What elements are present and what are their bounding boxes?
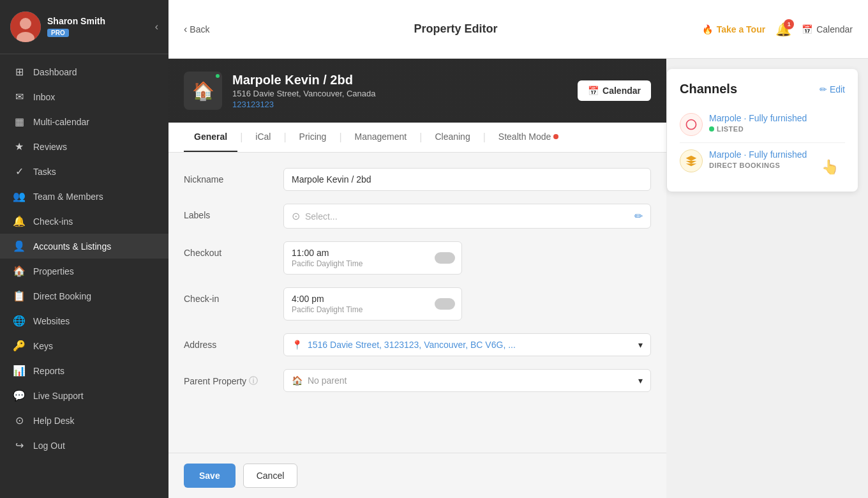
sidebar-item-help-desk[interactable]: ⊙ Help Desk — [0, 408, 168, 433]
sidebar-item-reports[interactable]: 📊 Reports — [0, 358, 168, 383]
topbar: ‹ Back Property Editor 🔥 Take a Tour 🔔 1… — [168, 0, 868, 59]
tab-label: Management — [355, 132, 407, 142]
sidebar-header: Sharon Smith PRO ‹ — [0, 0, 168, 54]
sidebar-item-label: Reviews — [33, 142, 67, 152]
save-button[interactable]: Save — [184, 464, 236, 488]
tasks-icon: ✓ — [13, 165, 26, 177]
edit-icon: ✏ — [819, 84, 827, 94]
sidebar: Sharon Smith PRO ‹ ⊞ Dashboard ✉ Inbox ▦… — [0, 0, 168, 498]
sidebar-item-live-support[interactable]: 💬 Live Support — [0, 383, 168, 408]
pencil-icon: ✏ — [634, 210, 643, 222]
sidebar-item-log-out[interactable]: ↪ Log Out — [0, 433, 168, 458]
property-phone: 123123123 — [232, 100, 567, 109]
parent-property-select[interactable]: 🏠 No parent ▾ — [283, 369, 651, 392]
checkout-row: Checkout 11:00 am Pacific Daylight Time — [184, 241, 651, 275]
tab-general[interactable]: General — [184, 123, 237, 152]
sidebar-collapse-button[interactable]: ‹ — [155, 21, 158, 33]
checkin-time-value: 4:00 pm — [292, 294, 454, 304]
parent-value: No parent — [308, 375, 347, 386]
help-desk-icon: ⊙ — [13, 414, 26, 426]
channels-edit-button[interactable]: ✏ Edit — [819, 84, 845, 94]
sidebar-item-direct-booking[interactable]: 📋 Direct Booking — [0, 283, 168, 308]
websites-icon: 🌐 — [13, 315, 26, 327]
tab-label: General — [194, 132, 227, 142]
topbar-calendar-button[interactable]: 📅 Calendar — [802, 24, 853, 34]
tab-cleaning[interactable]: Cleaning — [424, 123, 480, 152]
channel-status-airbnb: LISTED — [709, 125, 845, 133]
content-area: 🏠 Marpole Kevin / 2bd 1516 Davie Street,… — [168, 59, 868, 498]
sidebar-item-label: Direct Booking — [33, 291, 91, 301]
info-icon: ⓘ — [249, 375, 258, 387]
tab-label: iCal — [255, 132, 271, 142]
logout-icon: ↪ — [13, 439, 26, 451]
tab-pricing[interactable]: Pricing — [289, 123, 337, 152]
sidebar-item-accounts-listings[interactable]: 👤 Accounts & Listings — [0, 234, 168, 259]
nickname-input[interactable] — [283, 168, 651, 191]
channel-item-direct[interactable]: Marpole · Fully furnished DIRECT BOOKING… — [680, 143, 845, 179]
sidebar-item-label: Websites — [33, 316, 70, 326]
sidebar-item-websites[interactable]: 🌐 Websites — [0, 308, 168, 333]
sidebar-item-label: Multi-calendar — [33, 117, 89, 127]
tabs-bar: General | iCal | Pricing | Management | … — [168, 123, 666, 153]
address-label: Address — [184, 333, 273, 350]
username: Sharon Smith — [47, 16, 149, 26]
tab-ical[interactable]: iCal — [245, 123, 281, 152]
checkout-time-field[interactable]: 11:00 am Pacific Daylight Time — [283, 241, 462, 275]
pro-badge: PRO — [47, 29, 69, 37]
sidebar-item-tasks[interactable]: ✓ Tasks — [0, 159, 168, 184]
property-calendar-label: Calendar — [602, 86, 641, 96]
sidebar-item-reviews[interactable]: ★ Reviews — [0, 134, 168, 159]
channels-title: Channels — [680, 82, 737, 96]
multi-calendar-icon: ▦ — [13, 116, 26, 128]
tour-label: Take a Tour — [717, 24, 766, 34]
calendar-action-icon: 📅 — [588, 86, 599, 96]
topbar-actions: 🔥 Take a Tour 🔔 1 📅 Calendar — [702, 22, 853, 37]
tab-label: Cleaning — [435, 132, 470, 142]
channel-item-airbnb[interactable]: Marpole · Fully furnished LISTED — [680, 107, 845, 143]
sidebar-item-label: Keys — [33, 341, 53, 351]
sidebar-item-dashboard[interactable]: ⊞ Dashboard — [0, 59, 168, 84]
sidebar-item-check-ins[interactable]: 🔔 Check-ins — [0, 209, 168, 234]
channel-info-airbnb: Marpole · Fully furnished LISTED — [709, 113, 845, 133]
cancel-button[interactable]: Cancel — [243, 464, 298, 488]
checkin-toggle[interactable] — [435, 298, 455, 310]
airbnb-logo — [680, 113, 703, 136]
channels-header: Channels ✏ Edit — [680, 82, 845, 96]
sidebar-item-label: Team & Members — [33, 192, 103, 202]
sidebar-item-multi-calendar[interactable]: ▦ Multi-calendar — [0, 109, 168, 134]
checkout-time-value: 11:00 am — [292, 248, 454, 258]
checkout-control: 11:00 am Pacific Daylight Time — [283, 241, 651, 275]
checkin-timezone: Pacific Daylight Time — [292, 305, 454, 314]
sidebar-item-keys[interactable]: 🔑 Keys — [0, 333, 168, 358]
labels-select[interactable]: ⊙ Select... ✏ — [283, 204, 651, 229]
status-dot-green — [709, 126, 714, 132]
tab-separator: | — [481, 132, 488, 143]
status-text-listed: LISTED — [717, 125, 744, 133]
sidebar-item-properties[interactable]: 🏠 Properties — [0, 259, 168, 283]
notifications-button[interactable]: 🔔 1 — [775, 22, 791, 37]
property-calendar-button[interactable]: 📅 Calendar — [578, 80, 651, 101]
main-area: ‹ Back Property Editor 🔥 Take a Tour 🔔 1… — [168, 0, 868, 498]
tab-management[interactable]: Management — [345, 123, 417, 152]
property-address: 1516 Davie Street, Vancouver, Canada — [232, 89, 567, 98]
back-button[interactable]: ‹ Back — [184, 24, 209, 35]
chevron-left-icon: ‹ — [184, 24, 187, 35]
take-a-tour-button[interactable]: 🔥 Take a Tour — [702, 24, 766, 34]
avatar — [10, 11, 41, 42]
address-select[interactable]: 📍 1516 Davie Street, 3123123, Vancouver,… — [283, 333, 651, 356]
checkin-time-field[interactable]: 4:00 pm Pacific Daylight Time — [283, 287, 462, 321]
sidebar-item-team-members[interactable]: 👥 Team & Members — [0, 184, 168, 209]
sidebar-item-label: Log Out — [33, 441, 65, 451]
sidebar-item-inbox[interactable]: ✉ Inbox — [0, 84, 168, 109]
checkin-control: 4:00 pm Pacific Daylight Time — [283, 287, 651, 321]
editor-panel: 🏠 Marpole Kevin / 2bd 1516 Davie Street,… — [168, 59, 666, 498]
notification-badge: 1 — [784, 19, 794, 29]
direct-booking-icon: 📋 — [13, 290, 26, 302]
cursor-pointer-icon: 👆 — [821, 159, 839, 176]
tab-stealth-mode[interactable]: Stealth Mode — [488, 123, 569, 152]
property-icon: 🏠 — [192, 80, 214, 102]
property-info: Marpole Kevin / 2bd 1516 Davie Street, V… — [232, 73, 567, 109]
labels-control: ⊙ Select... ✏ — [283, 204, 651, 229]
form-area: Nickname Labels ⊙ Select... — [168, 153, 666, 453]
checkout-toggle[interactable] — [435, 252, 455, 264]
